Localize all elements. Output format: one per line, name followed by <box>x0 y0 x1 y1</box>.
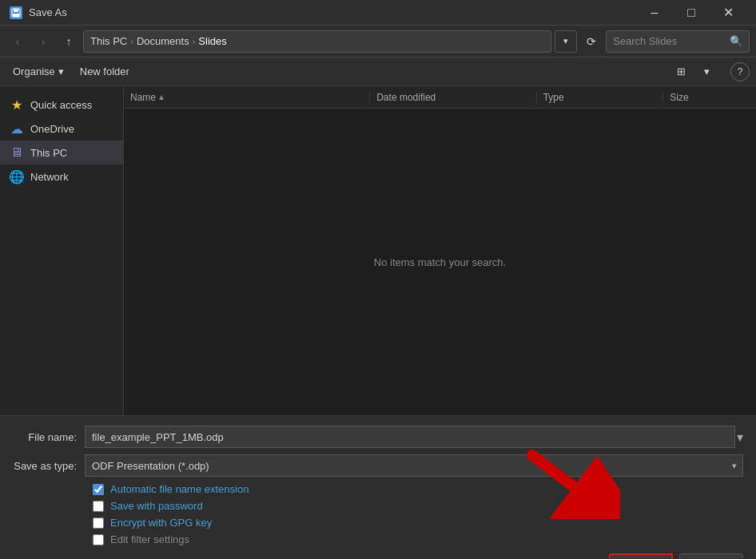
encrypt-gpg-checkbox[interactable] <box>93 517 104 529</box>
sidebar-item-network[interactable]: 🌐 Network <box>0 165 123 188</box>
up-button[interactable]: ↑ <box>58 30 80 53</box>
empty-message: No items match your search. <box>124 109 756 415</box>
col-header-type[interactable]: Type <box>536 92 663 103</box>
sidebar-item-label-quick-access: Quick access <box>30 99 92 111</box>
sidebar-item-label-this-pc: This PC <box>30 147 67 159</box>
savetype-row: Save as type: ODF Presentation (*.odp) P… <box>13 454 743 477</box>
search-bar[interactable]: 🔍 <box>606 30 750 53</box>
window-title: Save As <box>29 6 67 18</box>
auto-ext-checkbox[interactable] <box>93 484 104 495</box>
window-controls: – □ ✕ <box>636 0 746 26</box>
close-button[interactable]: ✕ <box>710 0 746 26</box>
filename-dropdown-button[interactable]: ▾ <box>737 430 743 445</box>
sidebar: ★ Quick access ☁ OneDrive 🖥 This PC 🌐 Ne… <box>0 86 124 415</box>
view-dropdown-button[interactable]: ▾ <box>695 61 718 83</box>
new-folder-label: New folder <box>80 65 129 77</box>
toolbar: Organise ▾ New folder ⊞ ▾ ? <box>0 57 756 86</box>
organise-button[interactable]: Organise ▾ <box>6 61 70 83</box>
encrypt-gpg-label[interactable]: Encrypt with GPG key <box>110 517 212 529</box>
network-icon: 🌐 <box>10 169 24 184</box>
savetype-select[interactable]: ODF Presentation (*.odp) PowerPoint 2007… <box>85 454 743 477</box>
sidebar-item-quick-access[interactable]: ★ Quick access <box>0 93 123 117</box>
file-area: Name ▲ Date modified Type Size No items … <box>124 86 756 415</box>
search-icon: 🔍 <box>730 35 742 47</box>
save-password-checkbox[interactable] <box>93 501 104 512</box>
save-icon <box>10 6 22 19</box>
breadcrumb-documents: Documents <box>137 35 189 47</box>
nav-bar: ‹ › ↑ This PC › Documents › Slides ▾ ⟳ 🔍 <box>0 26 756 57</box>
cancel-button[interactable]: Cancel <box>679 553 743 559</box>
filename-label: File name: <box>13 431 85 443</box>
sidebar-item-onedrive[interactable]: ☁ OneDrive <box>0 117 123 141</box>
filename-input[interactable] <box>85 426 735 448</box>
checkbox-edit-filter: Edit filter settings <box>93 533 743 545</box>
col-header-name[interactable]: Name ▲ <box>130 92 369 103</box>
checkboxes-area: Automatic file name extension Save with … <box>93 483 743 545</box>
refresh-button[interactable]: ⟳ <box>580 30 603 53</box>
title-bar: Save As – □ ✕ <box>0 0 756 26</box>
pc-icon: 🖥 <box>10 145 24 160</box>
main-area: ★ Quick access ☁ OneDrive 🖥 This PC 🌐 Ne… <box>0 86 756 415</box>
breadcrumb-dropdown-button[interactable]: ▾ <box>555 30 577 53</box>
column-headers: Name ▲ Date modified Type Size <box>124 86 756 109</box>
auto-ext-label[interactable]: Automatic file name extension <box>110 483 249 495</box>
title-bar-left: Save As <box>10 6 67 19</box>
sort-arrow: ▲ <box>157 93 165 101</box>
back-button[interactable]: ‹ <box>6 30 29 53</box>
footer-buttons: Save Cancel <box>609 553 743 559</box>
view-button[interactable]: ⊞ <box>670 61 692 83</box>
star-icon: ★ <box>10 97 24 112</box>
savetype-select-wrapper[interactable]: ODF Presentation (*.odp) PowerPoint 2007… <box>85 454 743 477</box>
checkbox-auto-ext: Automatic file name extension <box>93 483 743 495</box>
savetype-label: Save as type: <box>13 460 85 472</box>
search-input[interactable] <box>613 35 726 47</box>
checkbox-encrypt-gpg: Encrypt with GPG key <box>93 517 743 529</box>
breadcrumb-slides: Slides <box>198 35 226 47</box>
organise-arrow: ▾ <box>58 65 64 77</box>
organise-label: Organise <box>13 65 55 77</box>
new-folder-button[interactable]: New folder <box>74 61 136 83</box>
breadcrumb-this-pc: This PC <box>90 35 127 47</box>
forward-button[interactable]: › <box>32 30 54 53</box>
minimize-button[interactable]: – <box>636 0 673 26</box>
col-header-date[interactable]: Date modified <box>369 92 535 103</box>
cloud-icon: ☁ <box>10 121 24 136</box>
save-button[interactable]: Save <box>609 553 673 559</box>
sidebar-item-label-network: Network <box>30 171 69 183</box>
filename-row: File name: ▾ <box>13 426 743 448</box>
bottom-panel: File name: ▾ Save as type: ODF Presentat… <box>0 415 756 559</box>
sidebar-item-label-onedrive: OneDrive <box>30 123 74 135</box>
checkbox-save-password: Save with password <box>93 500 743 512</box>
svg-rect-2 <box>13 14 19 17</box>
edit-filter-label[interactable]: Edit filter settings <box>110 533 189 545</box>
breadcrumb[interactable]: This PC › Documents › Slides <box>83 30 551 53</box>
edit-filter-checkbox[interactable] <box>93 534 104 545</box>
help-button[interactable]: ? <box>730 62 750 81</box>
col-header-size[interactable]: Size <box>662 92 750 103</box>
save-password-label[interactable]: Save with password <box>110 500 203 512</box>
sidebar-item-this-pc[interactable]: 🖥 This PC <box>0 141 123 165</box>
svg-rect-1 <box>14 9 18 12</box>
maximize-button[interactable]: □ <box>673 0 710 26</box>
